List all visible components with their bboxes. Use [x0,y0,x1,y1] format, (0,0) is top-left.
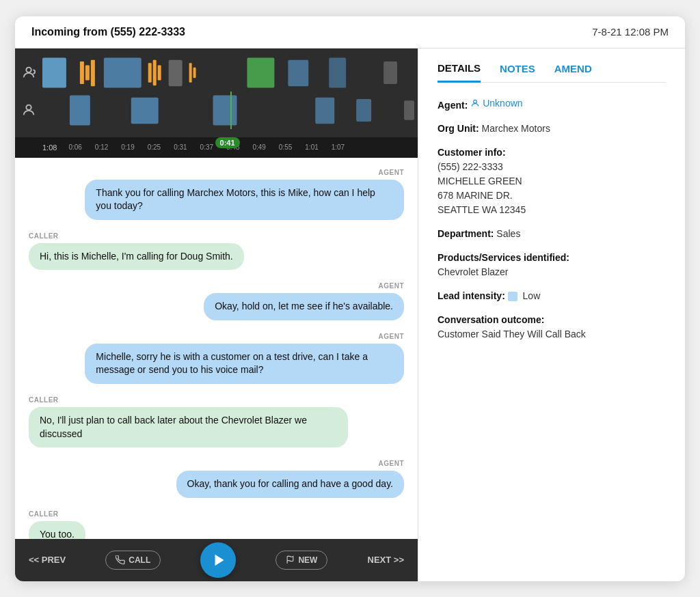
t6: 0:37 [200,143,213,151]
new-button[interactable]: NEW [275,551,327,570]
msg-label-1: CALLER [29,232,404,240]
next-button[interactable]: NEXT >> [368,555,404,565]
call-button[interactable]: CALL [105,551,161,570]
svg-rect-6 [148,63,152,83]
timeline-ruler: 1:08 0:06 0:12 0:19 0:25 0:31 0:37 0:43 … [15,137,418,158]
t2: 0:12 [95,143,108,151]
agent-waveform [42,54,418,92]
details-section: Agent: Unknown Org Unit: Marchex Motors … [438,96,666,342]
svg-point-25 [474,100,477,103]
play-button[interactable] [200,542,236,578]
svg-point-0 [26,68,31,72]
message-group-2: AGENT Okay, hold on, let me see if he's … [29,282,404,320]
msg-label-6: CALLER [29,510,404,518]
controls-bar: << PREV CALL NEW [15,539,418,581]
new-label: NEW [298,555,317,565]
agent-icon [15,65,42,80]
msg-label-4: CALLER [29,396,404,404]
header-datetime: 7-8-21 12:08 PM [592,26,669,38]
svg-rect-17 [70,95,90,125]
t11: 1:07 [332,143,345,151]
bubble-5: Okay, thank you for calling and have a g… [176,471,404,498]
outcome-value: Customer Said They Will Call Back [438,327,666,342]
bubble-4: No, I'll just plan to call back later ab… [29,407,348,447]
msg-label-5: AGENT [29,460,404,467]
caller-track [15,92,418,129]
svg-marker-23 [215,554,224,566]
detail-outcome: Conversation outcome: Customer Said They… [438,313,666,342]
lead-indicator [508,292,517,301]
org-label: Org Unit: [438,123,479,134]
message-group-0: AGENT Thank you for calling Marchex Moto… [29,169,404,220]
svg-rect-19 [213,95,237,125]
customer-label: Customer info: [438,147,506,158]
ruler-marks: 1:08 0:06 0:12 0:19 0:25 0:31 0:37 0:43 … [42,141,418,154]
bubble-1: Hi, this is Michelle, I'm calling for Do… [29,243,244,270]
t3: 0:19 [121,143,134,151]
detail-products: Products/Services identified: Chevrolet … [438,251,666,279]
bubble-0: Thank you for calling Marchex Motors, th… [85,180,404,220]
call-label: CALL [129,555,150,565]
lead-value: Low [523,290,541,301]
detail-lead: Lead intensity: Low [438,289,666,303]
current-time: 0:41 [215,137,240,148]
svg-rect-9 [169,59,183,86]
agent-track [15,54,418,92]
tabs-row: DETAILS NOTES AMEND [438,62,666,83]
products-label: Products/Services identified: [438,252,569,263]
message-group-5: AGENT Okay, thank you for calling and ha… [29,460,404,498]
caller-icon [15,102,42,117]
caller-waveform [42,92,418,129]
svg-point-16 [26,105,31,110]
svg-rect-11 [193,67,196,77]
agent-label: Agent: [438,99,468,110]
prev-button[interactable]: << PREV [29,555,66,565]
products-value: Chevrolet Blazer [438,265,666,279]
agent-link[interactable]: Unknown [470,96,522,111]
dept-value: Sales [496,228,520,239]
outcome-label: Conversation outcome: [438,314,544,325]
detail-customer: Customer info: (555) 222-3333 MICHELLE G… [438,145,666,217]
message-group-3: AGENT Michelle, sorry he is with a custo… [29,333,404,384]
svg-rect-13 [288,59,308,86]
transcript-area: AGENT Thank you for calling Marchex Moto… [15,158,418,539]
svg-rect-3 [85,65,90,80]
t4: 0:25 [148,143,161,151]
tab-details[interactable]: DETAILS [438,62,481,83]
svg-rect-22 [404,100,414,120]
msg-label-3: AGENT [29,333,404,340]
svg-rect-14 [329,57,346,87]
detail-org: Org Unit: Marchex Motors [438,122,666,136]
content-area: 1:08 0:06 0:12 0:19 0:25 0:31 0:37 0:43 … [15,48,685,581]
detail-agent: Agent: Unknown [438,96,666,113]
svg-rect-10 [189,63,192,83]
t5: 0:31 [174,143,187,151]
svg-rect-5 [104,57,142,87]
waveform-tracks [15,48,418,137]
message-group-1: CALLER Hi, this is Michelle, I'm calling… [29,232,404,270]
waveform-container[interactable]: 1:08 0:06 0:12 0:19 0:25 0:31 0:37 0:43 … [15,48,418,158]
svg-rect-15 [383,61,397,84]
time-start: 1:08 [42,143,57,152]
svg-rect-12 [247,57,274,87]
bubble-3: Michelle, sorry he is with a customer on… [85,344,404,384]
svg-rect-1 [42,57,66,87]
svg-rect-4 [91,59,95,86]
customer-phone: (555) 222-3333 [438,160,666,174]
t10: 1:01 [305,143,318,151]
dept-label: Department: [438,228,494,239]
tab-notes[interactable]: NOTES [500,62,535,82]
agent-value: Unknown [483,96,522,111]
header-incoming: Incoming from (555) 222-3333 [31,26,185,38]
svg-rect-8 [158,65,161,80]
customer-address: 678 MARINE DR. [438,189,666,203]
svg-rect-7 [153,59,157,85]
right-panel: DETAILS NOTES AMEND Agent: Unknown [418,48,685,581]
left-panel: 1:08 0:06 0:12 0:19 0:25 0:31 0:37 0:43 … [15,48,418,581]
svg-rect-2 [80,61,84,84]
tab-amend[interactable]: AMEND [554,62,592,82]
message-group-6: CALLER You too. [29,510,404,539]
t9: 0:55 [279,143,292,151]
msg-label-2: AGENT [29,282,404,290]
svg-rect-18 [131,97,159,124]
